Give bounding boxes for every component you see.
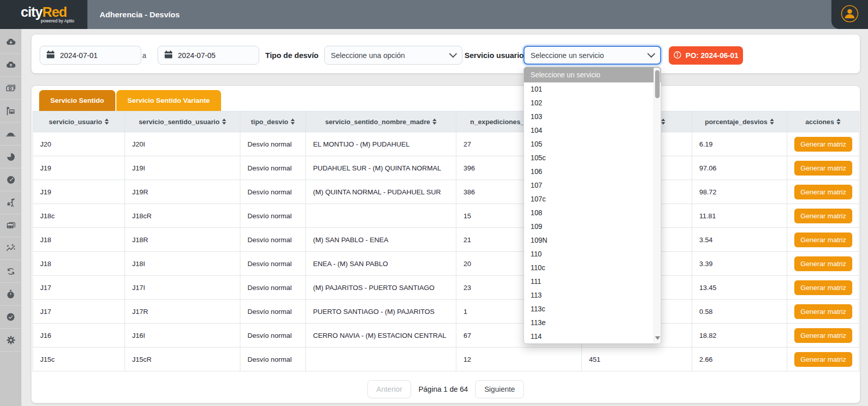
column-header-acciones[interactable]: acciones: [787, 111, 859, 132]
tipo-desvio-select[interactable]: Seleccione una opción: [324, 46, 462, 65]
service-option-113e[interactable]: 113e: [524, 316, 661, 330]
sort-icon[interactable]: [291, 119, 295, 125]
sidebar-item-speed-bump[interactable]: [0, 123, 21, 146]
column-header-tipo_desvio[interactable]: tipo_desvio: [240, 111, 306, 132]
service-option-111[interactable]: 111: [524, 275, 661, 288]
table-cell: 98.72: [692, 180, 787, 204]
sort-icon[interactable]: [770, 119, 774, 125]
service-option-102[interactable]: 102: [524, 96, 661, 110]
table-cell: J16: [33, 324, 125, 347]
service-option-113[interactable]: 113: [524, 288, 661, 302]
table-cell: J20: [33, 132, 125, 156]
po-badge[interactable]: PO: 2024-06-01: [669, 46, 743, 65]
dropdown-placeholder-option[interactable]: Seleccione un servicio: [524, 67, 661, 82]
sidebar-item-bus-stop[interactable]: [0, 100, 21, 123]
service-option-109N[interactable]: 109N: [524, 234, 661, 247]
pagination: Anterior Página 1 de 64 Siguiente: [32, 380, 860, 398]
sort-icon[interactable]: [432, 119, 437, 125]
table-cell: 3.39: [692, 252, 787, 276]
generar-matriz-button[interactable]: Generar matriz: [794, 185, 852, 199]
logo-tagline: powered by Aptto: [41, 18, 74, 23]
table-cell: Desvío normal: [240, 204, 306, 228]
date-from-input[interactable]: 2024-07-01: [40, 46, 141, 65]
service-option-103[interactable]: 103: [524, 110, 661, 124]
table-cell: PUERTO SANTIAGO - (M) PAJARITOS: [306, 300, 456, 324]
sidebar-item-cloud-upload[interactable]: [0, 54, 21, 77]
generar-matriz-button[interactable]: Generar matriz: [794, 137, 852, 152]
sidebar-item-money[interactable]: [0, 77, 21, 100]
previous-page-button[interactable]: Anterior: [367, 380, 412, 398]
service-option-105[interactable]: 105: [524, 137, 661, 151]
calendar-icon: [164, 50, 173, 60]
tab-servicio-sentido[interactable]: Servicio Sentido: [39, 90, 115, 111]
service-option-113c[interactable]: 113c: [524, 302, 661, 316]
generar-matriz-button[interactable]: Generar matriz: [794, 352, 852, 367]
service-option-114[interactable]: 114: [524, 330, 661, 343]
servicio-usuario-select[interactable]: Seleccione un servicio: [523, 46, 661, 65]
service-option-110[interactable]: 110: [524, 247, 661, 261]
generar-matriz-button[interactable]: Generar matriz: [794, 161, 852, 176]
service-option-110c[interactable]: 110c: [524, 261, 661, 275]
table-cell: Desvío normal: [240, 276, 306, 300]
sidebar-item-speedometer[interactable]: [0, 168, 21, 191]
po-badge-label: PO: 2024-06-01: [686, 51, 738, 60]
dropdown-options-list: 101102103104105105c106107107c108109109N1…: [524, 82, 661, 343]
sidebar-item-stopwatch[interactable]: [0, 283, 21, 306]
column-header-servicio_usuario[interactable]: servicio_usuario: [33, 111, 125, 132]
sidebar-item-worker[interactable]: [0, 191, 21, 214]
user-menu-button[interactable]: [831, 0, 868, 29]
column-header-servicio_sentido_usuario[interactable]: servicio_sentido_usuario: [125, 111, 240, 132]
cloud-download-icon: [6, 37, 16, 48]
tab-servicio-sentido-variante[interactable]: Servicio Sentido Variante: [116, 90, 221, 111]
generar-matriz-button[interactable]: Generar matriz: [794, 209, 852, 223]
table-cell: Desvío normal: [240, 324, 306, 347]
column-header-porcentaje_desvios[interactable]: porcentaje_desvios: [692, 111, 787, 132]
table-cell: J19: [33, 180, 125, 204]
table-cell: J19R: [125, 180, 240, 204]
table-cell: Desvío normal: [240, 132, 306, 156]
generar-matriz-button[interactable]: Generar matriz: [794, 280, 852, 295]
sidebar-item-settings[interactable]: [0, 329, 21, 352]
sort-icon[interactable]: [836, 119, 841, 125]
table-cell: Desvío normal: [240, 228, 306, 252]
next-page-button[interactable]: Siguiente: [475, 380, 524, 398]
actions-cell: Generar matriz: [787, 252, 859, 276]
sort-icon[interactable]: [661, 119, 665, 125]
table-cell: (M) SAN PABLO - ENEA: [306, 228, 456, 252]
sparkline-icon: [5, 243, 16, 254]
sidebar-item-sync[interactable]: [0, 260, 21, 283]
sidebar-item-check-circle[interactable]: [0, 306, 21, 329]
chevron-down-icon: [647, 50, 656, 58]
table-cell: 13.45: [692, 276, 787, 300]
scrollbar-thumb[interactable]: [655, 70, 660, 98]
generar-matriz-button[interactable]: Generar matriz: [794, 233, 852, 247]
column-header-servicio_sentido_nombre_madre[interactable]: servicio_sentido_nombre_madre: [306, 111, 456, 132]
generar-matriz-button[interactable]: Generar matriz: [794, 328, 852, 343]
sidebar-item-pie-chart[interactable]: [0, 146, 21, 168]
sidebar-item-bus[interactable]: [0, 214, 21, 237]
dropdown-scrollbar[interactable]: [654, 68, 660, 343]
service-option-101[interactable]: 101: [524, 82, 661, 96]
service-option-104[interactable]: 104: [524, 124, 661, 137]
date-to-input[interactable]: 2024-07-05: [158, 46, 259, 65]
sort-icon[interactable]: [222, 119, 226, 125]
sidebar-item-cloud-download[interactable]: [0, 31, 21, 54]
table-row: J19J19RDesvío normal(M) QUINTA NORMAL - …: [33, 180, 859, 204]
table-row: J18cJ18cRDesvío normal1511.81Generar mat…: [33, 204, 859, 228]
table-cell: [306, 204, 456, 228]
generar-matriz-button[interactable]: Generar matriz: [794, 256, 852, 271]
service-option-108[interactable]: 108: [524, 206, 661, 220]
actions-cell: Generar matriz: [787, 324, 859, 347]
cloud-upload-icon: [6, 60, 16, 71]
service-option-106[interactable]: 106: [524, 165, 661, 179]
table-row: J18J18RDesvío normal(M) SAN PABLO - ENEA…: [33, 228, 859, 252]
service-option-109[interactable]: 109: [524, 220, 661, 234]
generar-matriz-button[interactable]: Generar matriz: [794, 304, 852, 319]
service-option-105c[interactable]: 105c: [524, 151, 661, 165]
sidebar-item-sparkline[interactable]: [0, 237, 21, 260]
sort-icon[interactable]: [105, 119, 109, 125]
scrollbar-down-arrow[interactable]: [655, 336, 660, 340]
service-option-107[interactable]: 107: [524, 179, 661, 192]
service-option-107c[interactable]: 107c: [524, 192, 661, 206]
table-row: J19J19IDesvío normalPUDAHUEL SUR - (M) Q…: [33, 156, 859, 180]
